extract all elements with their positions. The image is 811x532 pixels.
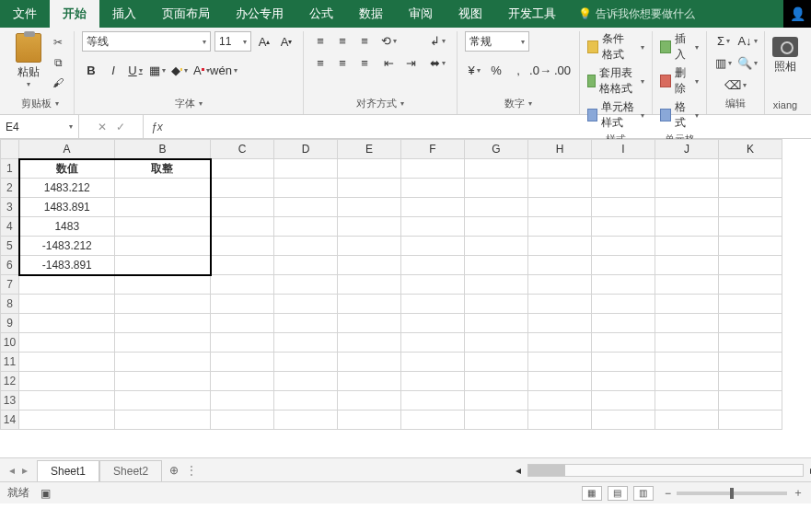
cell-H3[interactable] xyxy=(528,198,592,217)
cell-A8[interactable] xyxy=(19,295,115,314)
horizontal-scrollbar[interactable]: ◂▸ xyxy=(527,464,804,477)
align-top-icon[interactable]: ≡ xyxy=(311,31,330,50)
col-header-I[interactable]: I xyxy=(592,140,655,159)
tab-insert[interactable]: 插入 xyxy=(99,0,149,28)
row-header-1[interactable]: 1 xyxy=(1,159,19,179)
percent-icon[interactable]: % xyxy=(487,61,505,79)
cell-G6[interactable] xyxy=(465,256,528,275)
cell-H10[interactable] xyxy=(528,333,592,353)
delete-cells-button[interactable]: 删除 xyxy=(660,65,699,97)
cell-J8[interactable] xyxy=(655,295,719,314)
cell-G12[interactable] xyxy=(465,372,528,391)
cell-D6[interactable] xyxy=(274,256,338,275)
font-color-button[interactable]: A xyxy=(192,61,211,79)
cell-K14[interactable] xyxy=(719,411,782,430)
cell-E10[interactable] xyxy=(338,333,401,353)
fill-icon[interactable]: ▥ xyxy=(714,53,733,72)
border-button[interactable]: ▦ xyxy=(148,61,167,79)
cell-K5[interactable] xyxy=(719,237,782,256)
cell-C13[interactable] xyxy=(211,391,274,411)
cell-G9[interactable] xyxy=(465,314,528,333)
tab-data[interactable]: 数据 xyxy=(346,0,396,28)
cell-A6[interactable]: -1483.891 xyxy=(19,256,115,275)
cell-D8[interactable] xyxy=(274,295,338,314)
col-header-A[interactable]: A xyxy=(19,140,115,159)
cell-E12[interactable] xyxy=(338,372,401,391)
cell-J11[interactable] xyxy=(655,353,719,372)
cell-A2[interactable]: 1483.212 xyxy=(19,179,115,198)
cell-D4[interactable] xyxy=(274,217,338,237)
cell-F1[interactable] xyxy=(401,159,465,179)
format-painter-icon[interactable]: 🖌 xyxy=(50,75,66,90)
cut-icon[interactable]: ✂ xyxy=(50,35,66,50)
cell-J9[interactable] xyxy=(655,314,719,333)
accept-formula-icon[interactable]: ✓ xyxy=(116,121,125,133)
comma-icon[interactable]: , xyxy=(509,61,527,79)
cell-B14[interactable] xyxy=(115,411,211,430)
add-sheet-icon[interactable]: ⊕ xyxy=(162,464,186,477)
select-all-corner[interactable] xyxy=(1,140,19,159)
zoom-slider[interactable] xyxy=(677,492,787,495)
cell-E1[interactable] xyxy=(338,159,401,179)
cell-I13[interactable] xyxy=(592,391,655,411)
cell-C1[interactable] xyxy=(211,159,274,179)
cell-A14[interactable] xyxy=(19,411,115,430)
cell-K7[interactable] xyxy=(719,275,782,295)
cell-K1[interactable] xyxy=(719,159,782,179)
cell-J10[interactable] xyxy=(655,333,719,353)
row-header-4[interactable]: 4 xyxy=(1,217,19,237)
conditional-format-button[interactable]: 条件格式 xyxy=(587,31,644,63)
dec-decimal-icon[interactable]: .00 xyxy=(553,61,572,79)
cell-E2[interactable] xyxy=(338,179,401,198)
row-header-13[interactable]: 13 xyxy=(1,391,19,411)
cell-C14[interactable] xyxy=(211,411,274,430)
number-format-combo[interactable]: 常规▾ xyxy=(465,31,529,52)
row-header-9[interactable]: 9 xyxy=(1,314,19,333)
cell-A1[interactable]: 数值 xyxy=(19,159,115,179)
currency-icon[interactable]: ¥ xyxy=(465,61,483,79)
cell-I12[interactable] xyxy=(592,372,655,391)
cell-D13[interactable] xyxy=(274,391,338,411)
cell-H8[interactable] xyxy=(528,295,592,314)
col-header-F[interactable]: F xyxy=(401,140,465,159)
col-header-D[interactable]: D xyxy=(274,140,338,159)
cell-I8[interactable] xyxy=(592,295,655,314)
cell-B8[interactable] xyxy=(115,295,211,314)
paste-label[interactable]: 粘贴 xyxy=(17,64,40,80)
find-icon[interactable]: 🔍 xyxy=(738,53,757,72)
phonetic-button[interactable]: wén xyxy=(214,61,233,79)
cell-K12[interactable] xyxy=(719,372,782,391)
cell-C4[interactable] xyxy=(211,217,274,237)
cell-I14[interactable] xyxy=(592,411,655,430)
cell-E8[interactable] xyxy=(338,295,401,314)
cell-J1[interactable] xyxy=(655,159,719,179)
orientation-icon[interactable]: ⟲ xyxy=(379,31,398,50)
cell-F7[interactable] xyxy=(401,275,465,295)
cell-F13[interactable] xyxy=(401,391,465,411)
cell-D3[interactable] xyxy=(274,198,338,217)
cell-H9[interactable] xyxy=(528,314,592,333)
align-right-icon[interactable]: ≡ xyxy=(355,53,374,72)
cell-A7[interactable] xyxy=(19,275,115,295)
row-header-14[interactable]: 14 xyxy=(1,411,19,430)
copy-icon[interactable]: ⧉ xyxy=(50,55,66,70)
paste-icon[interactable] xyxy=(16,33,41,63)
cell-H2[interactable] xyxy=(528,179,592,198)
cell-G7[interactable] xyxy=(465,275,528,295)
scroll-thumb[interactable] xyxy=(528,465,565,476)
cell-A5[interactable]: -1483.212 xyxy=(19,237,115,256)
cell-I2[interactable] xyxy=(592,179,655,198)
font-size-combo[interactable]: 11▾ xyxy=(214,31,251,52)
cell-K3[interactable] xyxy=(719,198,782,217)
cell-I1[interactable] xyxy=(592,159,655,179)
row-header-10[interactable]: 10 xyxy=(1,333,19,353)
cell-E13[interactable] xyxy=(338,391,401,411)
tab-layout[interactable]: 页面布局 xyxy=(149,0,223,28)
cell-I11[interactable] xyxy=(592,353,655,372)
cell-D12[interactable] xyxy=(274,372,338,391)
cell-B11[interactable] xyxy=(115,353,211,372)
cell-C11[interactable] xyxy=(211,353,274,372)
tab-office[interactable]: 办公专用 xyxy=(223,0,296,28)
tab-view[interactable]: 视图 xyxy=(446,0,495,28)
cell-E7[interactable] xyxy=(338,275,401,295)
